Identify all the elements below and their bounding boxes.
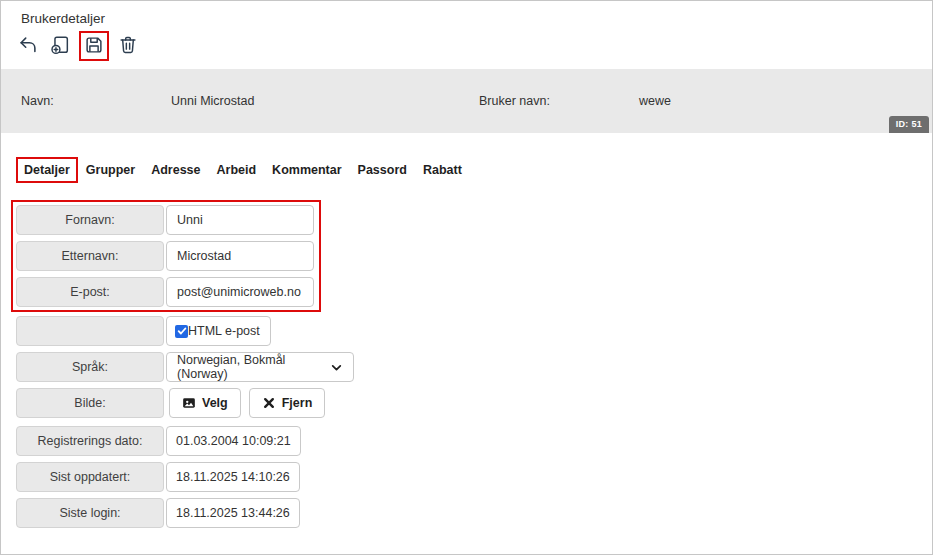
user-id-badge: ID: 51 <box>889 116 929 133</box>
tab-kommentar[interactable]: Kommentar <box>264 157 349 183</box>
etternavn-input[interactable]: Microstad <box>166 241 314 271</box>
save-button[interactable] <box>81 33 107 59</box>
tab-rabatt[interactable]: Rabatt <box>415 157 470 183</box>
registrert-row: Registrerings dato: 01.03.2004 10:09:21 <box>16 426 932 456</box>
delete-button[interactable] <box>115 33 141 59</box>
login-value: 18.11.2025 13:44:26 <box>166 498 300 528</box>
image-icon <box>182 396 196 410</box>
tab-passord[interactable]: Passord <box>350 157 415 183</box>
username-value: wewe <box>639 94 671 108</box>
fjern-button[interactable]: Fjern <box>249 388 326 418</box>
name-value: Unni Microstad <box>171 94 479 108</box>
fornavn-label: Fornavn: <box>16 205 164 235</box>
epost-input[interactable]: post@unimicroweb.no <box>166 277 314 307</box>
sprak-select[interactable]: Norwegian, Bokmål (Norway) <box>166 352 354 382</box>
epost-label: E-post: <box>16 277 164 307</box>
oppdatert-label: Sist oppdatert: <box>16 462 164 492</box>
tab-bar: Detaljer Grupper Adresse Arbeid Kommenta… <box>1 157 932 183</box>
html-epost-checkbox[interactable] <box>175 325 188 338</box>
name-label: Navn: <box>21 94 171 108</box>
html-epost-empty-label <box>16 316 164 346</box>
page-title: Brukerdetaljer <box>1 1 932 26</box>
login-label: Siste login: <box>16 498 164 528</box>
etternavn-row: Etternavn: Microstad <box>16 241 314 271</box>
velg-button[interactable]: Velg <box>169 388 241 418</box>
copy-add-button[interactable] <box>47 33 73 59</box>
epost-row: E-post: post@unimicroweb.no <box>16 277 314 307</box>
username-label: Bruker navn: <box>479 94 639 108</box>
save-floppy-icon <box>83 34 105 59</box>
x-icon <box>262 396 276 410</box>
registrert-label: Registrerings dato: <box>16 426 164 456</box>
trash-icon <box>117 34 139 59</box>
tab-adresse[interactable]: Adresse <box>143 157 208 183</box>
sprak-row: Språk: Norwegian, Bokmål (Norway) <box>16 352 932 382</box>
save-highlight-box <box>79 31 109 61</box>
html-epost-row: HTML e-post <box>16 316 932 346</box>
fornavn-input[interactable]: Unni <box>166 205 314 235</box>
fornavn-row: Fornavn: Unni <box>16 205 314 235</box>
html-epost-checkbox-label[interactable]: HTML e-post <box>188 324 260 338</box>
registrert-value: 01.03.2004 10:09:21 <box>166 426 301 456</box>
oppdatert-value: 18.11.2025 14:10:26 <box>166 462 300 492</box>
user-summary-bar: Navn: Unni Microstad Bruker navn: wewe I… <box>1 69 932 133</box>
sprak-label: Språk: <box>16 352 164 382</box>
toolbar <box>1 26 932 67</box>
tab-detaljer[interactable]: Detaljer <box>16 157 78 183</box>
back-button[interactable] <box>15 33 41 59</box>
bilde-label: Bilde: <box>16 388 164 418</box>
tab-grupper[interactable]: Grupper <box>78 157 143 183</box>
sprak-selected-value: Norwegian, Bokmål (Norway) <box>177 353 330 381</box>
login-row: Siste login: 18.11.2025 13:44:26 <box>16 498 932 528</box>
undo-arrow-icon <box>17 34 39 59</box>
velg-button-label: Velg <box>202 396 228 410</box>
chevron-down-icon <box>330 361 343 374</box>
etternavn-label: Etternavn: <box>16 241 164 271</box>
name-fields-highlight-box: Fornavn: Unni Etternavn: Microstad E-pos… <box>11 200 321 312</box>
user-details-page: { "window": { "title": "Brukerdetaljer" … <box>0 0 933 555</box>
tab-arbeid[interactable]: Arbeid <box>209 157 265 183</box>
details-form: Fornavn: Unni Etternavn: Microstad E-pos… <box>1 200 932 528</box>
html-epost-box: HTML e-post <box>166 316 271 346</box>
bilde-row: Bilde: Velg Fjern <box>16 388 932 418</box>
oppdatert-row: Sist oppdatert: 18.11.2025 14:10:26 <box>16 462 932 492</box>
copy-plus-icon <box>49 34 71 59</box>
fjern-button-label: Fjern <box>282 396 313 410</box>
